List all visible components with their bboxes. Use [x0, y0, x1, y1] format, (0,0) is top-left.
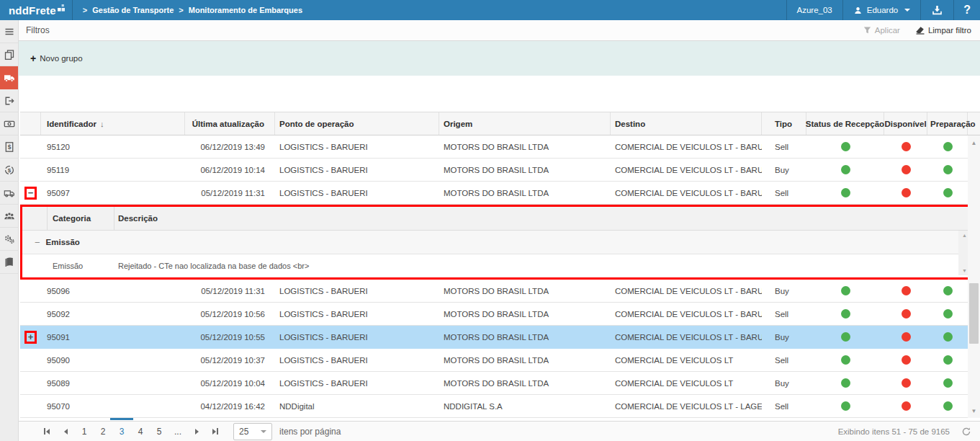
page-button-2[interactable]: 2	[94, 422, 112, 441]
cell-disponivel	[884, 188, 927, 197]
detail-column-categoria: Categoria	[48, 207, 114, 230]
cell-preparacao	[927, 188, 968, 197]
cell-status-recepcao	[806, 142, 884, 151]
cell-preparacao	[927, 309, 968, 318]
column-header-disponivel[interactable]: Disponível	[884, 112, 927, 135]
red-status-dot	[902, 332, 911, 342]
column-header-preparacao[interactable]: Preparação	[927, 112, 968, 135]
sidebar-item-journal[interactable]	[0, 251, 18, 274]
sidebar-item-banknote[interactable]	[0, 112, 18, 135]
cell-expand: +	[20, 331, 41, 344]
page-button-1[interactable]: 1	[75, 422, 94, 441]
user-menu[interactable]: Eduardo	[842, 0, 920, 20]
page-ellipsis[interactable]: ...	[168, 422, 187, 441]
last-page-button[interactable]	[206, 422, 225, 441]
page-button-5[interactable]: 5	[150, 422, 168, 441]
cell-ultima-atualizacao: 06/12/2019 10:14	[185, 166, 275, 174]
new-group-button[interactable]: + Novo grupo	[30, 53, 83, 63]
scroll-down-arrow[interactable]: ▼	[962, 268, 967, 273]
column-header-ultima-atualizacao[interactable]: Última atualização	[185, 112, 275, 135]
sidebar-item-settings[interactable]	[0, 228, 18, 251]
cell-expand	[20, 355, 41, 366]
clear-filter-button[interactable]: Limpar filtro	[914, 26, 971, 35]
pager: 12345... 25 itens por página Exibindo it…	[19, 421, 980, 441]
sidebar-item-money-exchange[interactable]: $	[0, 159, 18, 182]
chevron-right-icon: >	[83, 6, 87, 14]
table-row[interactable]: 95119 06/12/2019 10:14 LOGISTICS - BARUE…	[20, 159, 980, 182]
cell-identificador: 95096	[41, 287, 185, 295]
column-header-identificador[interactable]: Identificador ↓	[41, 112, 185, 135]
cell-expand	[20, 141, 41, 153]
apply-filter-button[interactable]: Aplicar	[863, 26, 900, 35]
sidebar-item-shipments[interactable]	[0, 66, 18, 89]
breadcrumb-item-gestao[interactable]: Gestão de Transporte	[92, 6, 174, 14]
table-row[interactable]: 95070 04/12/2019 16:42 NDDigital NDDIGIT…	[20, 395, 980, 418]
truck-outline-icon	[4, 187, 15, 199]
first-page-button[interactable]	[37, 422, 56, 441]
chevron-down-icon	[904, 9, 910, 12]
refresh-icon	[961, 427, 971, 437]
cell-tipo: Sell	[762, 189, 806, 197]
next-page-button[interactable]	[187, 422, 206, 441]
sidebar-item-menu[interactable]	[0, 20, 18, 43]
scrollbar-thumb[interactable]	[969, 283, 979, 344]
scroll-up-arrow[interactable]: ▲	[968, 137, 980, 148]
table-row[interactable]: 95096 05/12/2019 11:31 LOGISTICS - BARUE…	[20, 280, 980, 303]
table-row[interactable]: 95092 05/12/2019 10:56 LOGISTICS - BARUE…	[20, 303, 980, 326]
collapse-row-button[interactable]: −	[28, 188, 34, 197]
help-button[interactable]: ?	[953, 0, 980, 20]
pager-summary: Exibindo itens 51 - 75 de 9165	[838, 427, 950, 436]
green-status-dot	[841, 165, 850, 174]
green-status-dot	[943, 378, 953, 388]
funnel-icon	[863, 26, 871, 35]
plus-icon: +	[30, 53, 36, 63]
cell-ponto-operacao: LOGISTICS - BARUERI	[275, 143, 439, 151]
cell-identificador: 95120	[41, 143, 185, 151]
table-row[interactable]: − 95097 05/12/2019 11:31 LOGISTICS - BAR…	[20, 182, 980, 205]
column-header-ponto-operacao[interactable]: Ponto de operação	[275, 112, 439, 135]
sidebar-item-exit[interactable]	[0, 89, 18, 112]
download-button[interactable]	[920, 0, 953, 20]
green-status-dot	[943, 165, 953, 174]
refresh-button[interactable]	[961, 427, 971, 437]
cell-disponivel	[884, 309, 927, 318]
red-status-dot	[902, 165, 911, 174]
cell-disponivel	[884, 378, 927, 388]
previous-page-button[interactable]	[56, 422, 75, 441]
scroll-up-arrow[interactable]: ▲	[962, 233, 967, 238]
sidebar-item-users[interactable]	[0, 205, 18, 228]
page-button-3[interactable]: 3	[112, 422, 131, 441]
page-size-select[interactable]: 25	[233, 423, 272, 440]
sidebar-item-fleet[interactable]	[0, 182, 18, 205]
table-row[interactable]: 95120 06/12/2019 13:49 LOGISTICS - BARUE…	[20, 135, 980, 159]
book-icon	[4, 257, 15, 268]
column-header-destino[interactable]: Destino	[611, 112, 762, 135]
collapse-group-icon[interactable]: −	[35, 238, 40, 247]
table-row[interactable]: + 95091 05/12/2019 10:55 LOGISTICS - BAR…	[20, 326, 980, 349]
green-status-dot	[943, 401, 953, 411]
table-row[interactable]: 95090 05/12/2019 10:37 LOGISTICS - BARUE…	[20, 349, 980, 372]
apply-filter-label: Aplicar	[875, 26, 900, 35]
cell-ponto-operacao: NDDigital	[275, 402, 439, 411]
red-status-dot	[902, 378, 911, 388]
column-header-status-recepcao[interactable]: Status de Recepção	[806, 112, 884, 135]
scroll-down-arrow[interactable]: ▼	[968, 405, 980, 416]
clear-filter-label: Limpar filtro	[928, 26, 971, 35]
column-header-origem[interactable]: Origem	[439, 112, 611, 135]
sidebar-item-invoice[interactable]: $	[0, 135, 18, 159]
cell-origem: MOTORS DO BRASIL LTDA	[439, 143, 611, 151]
green-status-dot	[841, 286, 850, 295]
cell-destino: COMERCIAL DE VEICULOS LT - BARUERI	[611, 310, 762, 318]
sidebar-item-documents[interactable]	[0, 43, 18, 66]
table-row[interactable]: 95089 05/12/2019 10:04 LOGISTICS - BARUE…	[20, 372, 980, 395]
cell-identificador: 95092	[41, 310, 185, 318]
expand-row-button[interactable]: +	[28, 332, 34, 342]
green-status-dot	[943, 188, 953, 197]
cell-expand	[20, 308, 41, 320]
topbar-divider	[72, 0, 73, 20]
cell-preparacao	[927, 401, 968, 411]
column-header-tipo[interactable]: Tipo	[762, 112, 806, 135]
cell-tipo: Sell	[762, 402, 806, 411]
breadcrumb-item-monitoramento[interactable]: Monitoramento de Embarques	[189, 6, 302, 14]
page-button-4[interactable]: 4	[131, 422, 150, 441]
